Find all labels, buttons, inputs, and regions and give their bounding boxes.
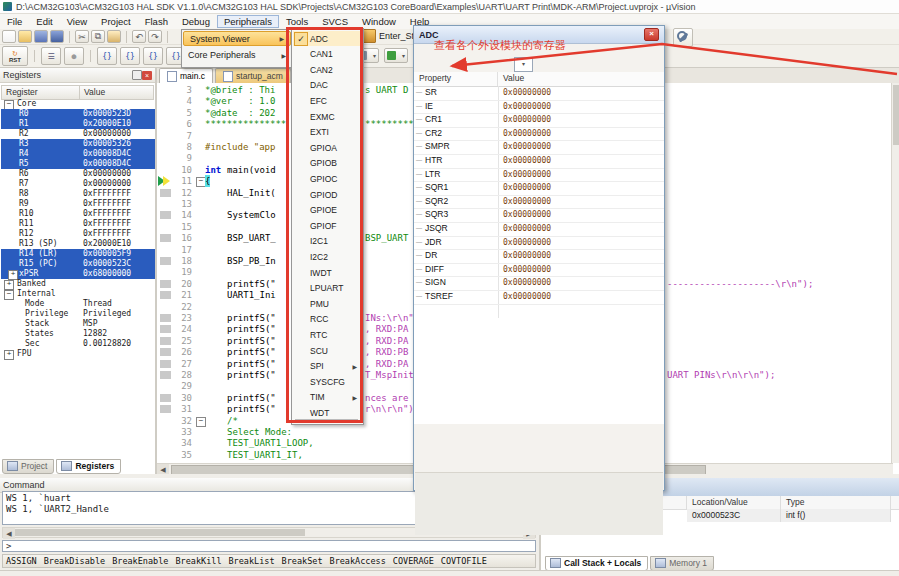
adc-register-ie[interactable]: ─IE0x00000000 xyxy=(414,100,664,115)
tab-call-stack-locals[interactable]: Call Stack + Locals xyxy=(545,556,648,571)
adc-register-sqr2[interactable]: ─SQR20x00000000 xyxy=(414,195,664,210)
close-icon[interactable]: × xyxy=(644,28,659,41)
register-name: R14 (LR) xyxy=(19,249,58,259)
command-input[interactable]: > xyxy=(2,540,536,552)
register-row-fpu[interactable]: +FPU xyxy=(1,349,155,359)
command-button-coverage[interactable]: COVERAGE xyxy=(393,556,434,566)
paste-icon[interactable] xyxy=(107,30,121,43)
adc-register-sign[interactable]: ─SIGN0x00000000 xyxy=(414,276,664,291)
property-name: JDR xyxy=(425,236,442,250)
register-value: Privileged xyxy=(83,309,131,319)
menu-debug[interactable]: Debug xyxy=(175,15,217,28)
command-button-breaklist[interactable]: BreakList xyxy=(229,556,275,566)
adc-register-jdr[interactable]: ─JDR0x00000000 xyxy=(414,236,664,251)
menu-peripherals[interactable]: Peripherals xyxy=(217,15,279,28)
command-button-breakenable[interactable]: BreakEnable xyxy=(112,556,168,566)
new-file-icon[interactable] xyxy=(2,30,16,43)
command-button-breakset[interactable]: BreakSet xyxy=(282,556,323,566)
adc-dropdown[interactable]: ▾ xyxy=(514,57,533,72)
pin-icon[interactable] xyxy=(132,70,142,80)
redo-icon[interactable]: ↷ xyxy=(148,30,162,43)
tab-memory-1[interactable]: Memory 1 xyxy=(650,556,714,571)
register-row-r11[interactable]: R110xFFFFFFFF xyxy=(1,219,155,229)
save-all-icon[interactable] xyxy=(50,30,64,43)
undo-icon[interactable]: ↶ xyxy=(132,30,146,43)
enter-st-widget[interactable]: Enter_St xyxy=(361,29,414,43)
register-row-xpsr[interactable]: +xPSR0x68000000 xyxy=(1,269,155,279)
register-row-r0[interactable]: R00x0000523D xyxy=(1,109,155,119)
register-row-r15pc[interactable]: R15 (PC)0x0000523C xyxy=(1,259,155,269)
adc-register-ltr[interactable]: ─LTR0x00000000 xyxy=(414,168,664,183)
adc-register-htr[interactable]: ─HTR0x00000000 xyxy=(414,154,664,169)
register-row-core[interactable]: −Core xyxy=(1,99,155,109)
close-icon[interactable]: × xyxy=(142,71,152,80)
register-row-r7[interactable]: R70x00000000 xyxy=(1,179,155,189)
register-row-r14lr[interactable]: R14 (LR)0x000005F9 xyxy=(1,249,155,259)
register-row-r2[interactable]: R20x00000000 xyxy=(1,129,155,139)
adc-register-tsref[interactable]: ─TSREF0x00000000 xyxy=(414,290,664,305)
menu-item-system-viewer[interactable]: System Viewer▶ xyxy=(183,31,291,46)
tab-registers[interactable]: Registers xyxy=(56,459,121,474)
menu-flash[interactable]: Flash xyxy=(138,15,175,28)
register-row-r13sp[interactable]: R13 (SP)0x20000E10 xyxy=(1,239,155,249)
command-button-covtofile[interactable]: COVTOFILE xyxy=(441,556,487,566)
callstack-tabs: Call Stack + LocalsMemory 1 xyxy=(545,556,714,571)
step-over-icon[interactable]: {} xyxy=(120,47,140,65)
command-button-breakkill[interactable]: BreakKill xyxy=(175,556,221,566)
adc-register-smpr[interactable]: ─SMPR0x00000000 xyxy=(414,140,664,155)
register-row-sec[interactable]: Sec0.00128820 xyxy=(1,339,155,349)
register-row-r8[interactable]: R80xFFFFFFFF xyxy=(1,189,155,199)
register-row-r1[interactable]: R10x20000E10 xyxy=(1,119,155,129)
menu-project[interactable]: Project xyxy=(94,15,138,28)
reset-button[interactable]: ↻RST xyxy=(2,46,28,66)
copy-icon[interactable]: ⧉ xyxy=(91,30,105,43)
menu-file[interactable]: File xyxy=(0,15,29,28)
debug-windows-icon[interactable]: ☰ xyxy=(41,47,61,65)
tab-project[interactable]: Project xyxy=(2,459,54,474)
register-row-mode[interactable]: ModeThread xyxy=(1,299,155,309)
adc-register-sqr1[interactable]: ─SQR10x00000000 xyxy=(414,181,664,196)
step-into-icon[interactable]: {} xyxy=(97,47,117,65)
stop-icon[interactable]: ● xyxy=(64,47,84,65)
register-row-privilege[interactable]: PrivilegePrivileged xyxy=(1,309,155,319)
register-name: R4 xyxy=(19,149,29,159)
adc-register-jsqr[interactable]: ─JSQR0x00000000 xyxy=(414,222,664,237)
register-row-r10[interactable]: R100xFFFFFFFF xyxy=(1,209,155,219)
menu-item-core-peripherals[interactable]: Core Peripherals▶ xyxy=(182,47,292,63)
configure-tools-button[interactable] xyxy=(673,28,693,47)
register-row-internal[interactable]: −Internal xyxy=(1,289,155,299)
adc-register-dr[interactable]: ─DR0x00000000 xyxy=(414,249,664,264)
adc-register-cr1[interactable]: ─CR10x00000000 xyxy=(414,113,664,128)
register-row-stack[interactable]: StackMSP xyxy=(1,319,155,329)
command-button-breakdisable[interactable]: BreakDisable xyxy=(44,556,105,566)
editor-tab-startup_acm[interactable]: startup_acm xyxy=(215,68,291,83)
menu-edit[interactable]: Edit xyxy=(29,15,59,28)
property-value: 0x00000000 xyxy=(503,249,551,263)
step-out-icon[interactable]: {} xyxy=(143,47,163,65)
register-row-r12[interactable]: R120xFFFFFFFF xyxy=(1,229,155,239)
expand-icon[interactable]: + xyxy=(4,350,14,360)
register-row-r4[interactable]: R40x00008D4C xyxy=(1,149,155,159)
menu-view[interactable]: View xyxy=(60,15,94,28)
adc-register-sqr3[interactable]: ─SQR30x00000000 xyxy=(414,208,664,223)
scroll-left-icon[interactable]: ◀ xyxy=(3,528,15,539)
register-row-r3[interactable]: R30x00005326 xyxy=(1,139,155,149)
command-button-breakaccess[interactable]: BreakAccess xyxy=(330,556,386,566)
view-combo-2[interactable]: ▾ xyxy=(384,48,408,63)
adc-register-cr2[interactable]: ─CR20x00000000 xyxy=(414,127,664,142)
code-segment: TEST_UART1_IT, xyxy=(227,449,303,461)
property-value: 0x00000000 xyxy=(503,100,551,114)
editor-vscrollbar[interactable] xyxy=(891,83,899,463)
cut-icon[interactable]: ✂ xyxy=(75,30,89,43)
open-file-icon[interactable] xyxy=(18,30,32,43)
register-row-r5[interactable]: R50x00008D4C xyxy=(1,159,155,169)
register-row-r9[interactable]: R90xFFFFFFFF xyxy=(1,199,155,209)
register-row-states[interactable]: States12882 xyxy=(1,329,155,339)
adc-register-diff[interactable]: ─DIFF0x00000000 xyxy=(414,263,664,278)
save-icon[interactable] xyxy=(34,30,48,43)
register-row-r6[interactable]: R60x00000000 xyxy=(1,169,155,179)
editor-tab-main-c[interactable]: main.c xyxy=(159,68,213,83)
register-row-banked[interactable]: +Banked xyxy=(1,279,155,289)
command-button-assign[interactable]: ASSIGN xyxy=(6,556,37,566)
adc-register-sr[interactable]: ─SR0x00000000 xyxy=(414,86,664,101)
